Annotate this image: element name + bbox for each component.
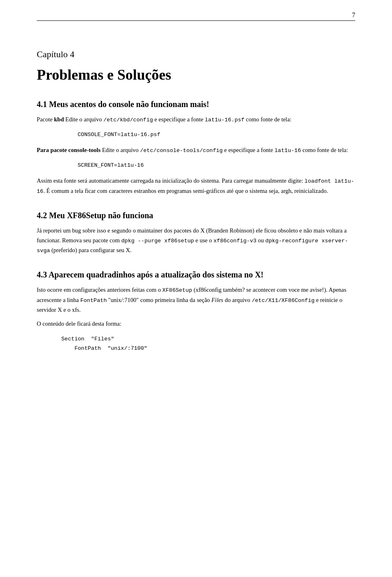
console-tools-paragraph: Para pacote console-tools Edite o arquiv… bbox=[37, 145, 355, 155]
section-4-1-heading: 4.1 Meus acentos do console não funciona… bbox=[37, 100, 355, 109]
section-files-code: Section "Files" FontPath "unix/:7100" bbox=[61, 335, 355, 353]
chapter-title: Problemas e Soluções bbox=[37, 66, 355, 83]
console-font-code: CONSOLE_FONT=lat1u-16.psf bbox=[78, 130, 355, 140]
xf86-paragraph-1: Já reportei um bug sobre isso e segundo … bbox=[37, 226, 355, 255]
kbd-config-path: /etc/kbd/config bbox=[103, 117, 153, 123]
xf86config-v3-cmd: xf86config-v3 bbox=[214, 238, 256, 244]
console-tools-config-path: /etc/console-tools/config bbox=[140, 148, 223, 154]
section-4-2-heading: 4.2 Meu XF86Setup não funciona bbox=[37, 211, 355, 220]
section-4-3-heading: 4.3 Aparecem quadradinhos após a atualiz… bbox=[37, 270, 355, 280]
kbd-paragraph-1: Pacote kbd Edite o arquivo /etc/kbd/conf… bbox=[37, 115, 355, 125]
loadfont-command: loadfont lat1u-16 bbox=[37, 178, 354, 194]
section-4-2-body: Já reportei um bug sobre isso e segundo … bbox=[37, 226, 355, 255]
section-4-2: 4.2 Meu XF86Setup não funciona Já report… bbox=[37, 211, 355, 255]
section-4-1: 4.1 Meus acentos do console não funciona… bbox=[37, 100, 355, 196]
screen-font-code: SCREEN_FONT=lat1u-16 bbox=[78, 161, 355, 170]
assim-paragraph: Assim esta fonte será automaticamente ca… bbox=[37, 176, 355, 196]
section-files-line-2: FontPath "unix/:7100" bbox=[61, 345, 147, 351]
page-number: 7 bbox=[352, 11, 355, 19]
xf86setup-ref: XF86Setup bbox=[163, 287, 192, 293]
kbd-font-name: lat1u-16.psf bbox=[205, 117, 244, 123]
fontpath-key: FontPath bbox=[80, 297, 107, 304]
console-tools-font: lat1u-16 bbox=[274, 148, 301, 154]
section-4-3: 4.3 Aparecem quadradinhos após a atualiz… bbox=[37, 270, 355, 353]
files-section-italic: Files bbox=[212, 297, 223, 303]
section-4-1-body: Pacote kbd Edite o arquivo /etc/kbd/conf… bbox=[37, 115, 355, 196]
console-tools-bold: Para pacote console-tools bbox=[37, 147, 100, 153]
xf86config-path: /etc/X11/XF86Config bbox=[252, 297, 314, 304]
page-container: 7 Capítulo 4 Problemas e Soluções 4.1 Me… bbox=[0, 0, 392, 577]
x11-paragraph-1: Isto ocorre em configurações anteriores … bbox=[37, 285, 355, 315]
x11-paragraph-2: O conteúdo dele ficará desta forma: bbox=[37, 319, 355, 329]
section-files-line-1: Section "Files" bbox=[61, 336, 114, 342]
kbd-intro-text-1: Pacote kbd Edite o arquivo /etc/kbd/conf… bbox=[37, 116, 292, 123]
chapter-label: Capítulo 4 bbox=[37, 49, 355, 60]
kbd-bold: kbd bbox=[54, 116, 64, 123]
section-4-3-body: Isto ocorre em configurações anteriores … bbox=[37, 285, 355, 353]
top-rule bbox=[37, 20, 355, 21]
dpkg-purge-cmd: dpkg --purge xf86setup bbox=[121, 238, 194, 244]
